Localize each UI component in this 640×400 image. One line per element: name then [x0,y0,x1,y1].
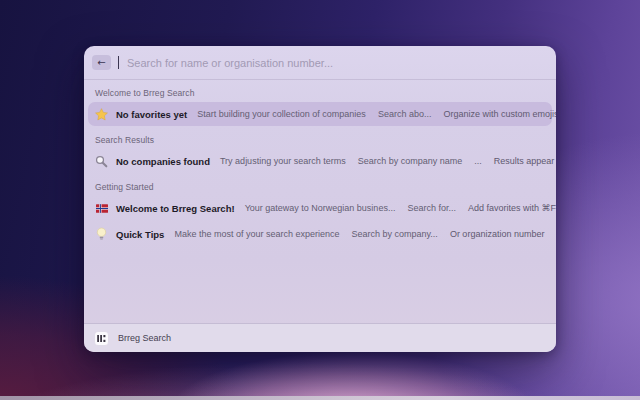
text-caret [118,56,119,69]
norway-flag-icon [95,202,108,215]
lightbulb-icon [95,228,108,241]
row-tag: Search by company... [352,229,438,239]
section-getting-started: Getting Started Welcome to Brreg Search!… [88,182,552,246]
brreg-logo-icon [94,331,109,346]
row-subtitle: Try adjusting your search terms [220,156,346,166]
section-search-results: Search Results No companies found Try ad… [88,135,552,173]
section-header: Search Results [95,135,552,145]
row-tag: Search by company name [358,156,463,166]
search-input[interactable] [127,57,546,69]
row-title: Quick Tips [116,229,164,240]
section-header: Welcome to Brreg Search [95,88,552,98]
row-accessory: Results appear here [494,156,556,166]
list-item-quick-tips[interactable]: Quick Tips Make the most of your search … [88,222,552,246]
window-footer: Brreg Search [84,323,556,352]
list-item-welcome[interactable]: Welcome to Brreg Search! Your gateway to… [88,196,552,220]
magnifier-icon [95,155,108,168]
row-subtitle: Make the most of your search experience [174,229,339,239]
screen-bottom-strip [0,396,640,400]
results-list: Welcome to Brreg Search No favorites yet… [84,80,556,323]
search-bar: ← [84,46,556,79]
row-tag: Search for... [407,203,456,213]
row-accessory: Organize with custom emojis [443,109,556,119]
row-accessory: Or organization number [450,229,545,239]
list-item-no-favorites[interactable]: No favorites yet Start building your col… [88,102,552,126]
row-title: Welcome to Brreg Search! [116,203,235,214]
brreg-search-window: ← Welcome to Brreg Search No favorites y… [84,46,556,352]
list-item-no-companies[interactable]: No companies found Try adjusting your se… [88,149,552,173]
section-welcome: Welcome to Brreg Search No favorites yet… [88,88,552,126]
row-title: No companies found [116,156,210,167]
row-accessory: Add favorites with ⌘F [468,203,556,213]
back-button[interactable]: ← [92,55,111,70]
section-header: Getting Started [95,182,552,192]
desktop-background: ← Welcome to Brreg Search No favorites y… [0,0,640,400]
row-tag: ... [474,156,482,166]
arrow-left-icon: ← [97,58,105,68]
app-name: Brreg Search [118,333,171,343]
row-subtitle: Your gateway to Norwegian busines... [245,203,396,213]
row-tag: Search abo... [378,109,432,119]
row-subtitle: Start building your collection of compan… [197,109,366,119]
row-title: No favorites yet [116,109,187,120]
star-icon [95,108,108,121]
